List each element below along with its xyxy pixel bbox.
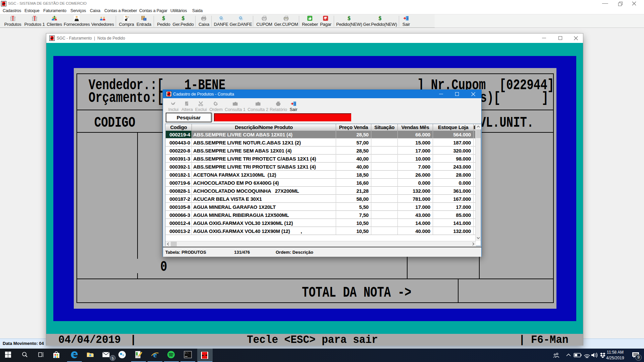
- svg-text:$: $: [379, 15, 382, 21]
- svg-text:$: $: [162, 15, 165, 21]
- svg-text:C:\: C:\: [185, 352, 189, 354]
- svg-text:$: $: [182, 15, 185, 21]
- svg-text:$: $: [348, 15, 351, 21]
- svg-text:e: e: [153, 350, 157, 359]
